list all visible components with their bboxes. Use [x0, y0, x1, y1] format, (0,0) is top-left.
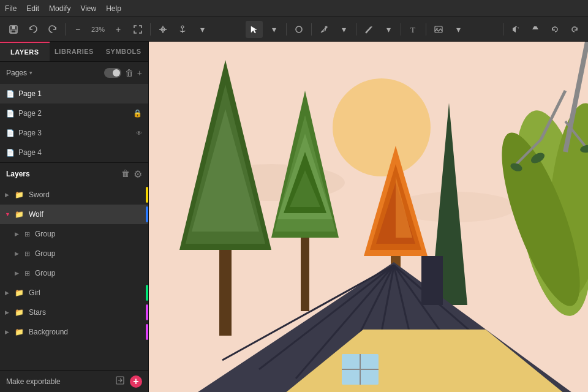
pages-add-btn[interactable]: +	[137, 68, 142, 78]
layer-expand-g1: ▶	[15, 231, 22, 237]
layer-label-girl: Girl	[29, 288, 142, 297]
bottom-bar: Make exportable +	[0, 370, 148, 392]
separator-6	[401, 23, 401, 36]
tool-rotate-cw[interactable]	[566, 21, 583, 38]
svg-rect-1	[12, 26, 15, 29]
layer-color-sword	[146, 187, 148, 203]
canvas-area[interactable]	[149, 42, 588, 392]
page-item-1[interactable]: 📄 Page 1	[0, 84, 148, 104]
tool-flip-v[interactable]	[527, 21, 544, 38]
tool-save[interactable]	[5, 21, 22, 38]
layer-color-girl	[146, 285, 148, 301]
page-badge-3: 👁	[136, 130, 142, 137]
tab-symbols[interactable]: SYMBOLS	[99, 42, 148, 61]
left-panel: LAYERS LIBRARIES SYMBOLS Pages ▾ 🗑 +	[0, 42, 149, 392]
layer-stars[interactable]: ▶ 📁 Stars	[0, 303, 148, 322]
menu-help[interactable]: Help	[106, 4, 121, 13]
separator-3	[286, 23, 287, 36]
tool-zoom-out[interactable]: −	[69, 21, 86, 38]
folder-icon-stars: 📁	[15, 308, 24, 317]
page-icon-1: 📄	[6, 90, 15, 98]
grid-icon-g3: ⊞	[24, 270, 30, 277]
pages-title[interactable]: Pages ▾	[6, 69, 32, 77]
tool-ellipse[interactable]	[290, 21, 307, 38]
tool-zoom-in[interactable]: +	[110, 21, 127, 38]
layer-expand-stars: ▶	[5, 309, 12, 315]
folder-icon-wolf: 📁	[15, 210, 24, 219]
layer-group-2[interactable]: ▶ ⊞ Group	[0, 244, 148, 263]
layer-group-3[interactable]: ▶ ⊞ Group	[0, 263, 148, 283]
layers-actions: 🗑 ⚙	[121, 168, 142, 180]
tool-select[interactable]	[246, 21, 263, 38]
tool-redo[interactable]	[44, 21, 61, 38]
layer-expand-g2: ▶	[15, 251, 22, 257]
layer-label-g1: Group	[35, 230, 142, 238]
layer-background[interactable]: ▶ 📁 Background	[0, 322, 148, 342]
tool-image[interactable]	[430, 21, 447, 38]
page-item-4[interactable]: 📄 Page 4	[0, 143, 148, 162]
layer-label-wolf: Wolf	[29, 210, 142, 219]
layer-girl[interactable]: ▶ 📁 Girl	[0, 283, 148, 303]
bottom-export-btn[interactable]	[115, 375, 125, 387]
tool-rotate-ccw[interactable]	[546, 21, 564, 38]
layer-expand-sword: ▶	[5, 192, 12, 198]
tool-pan[interactable]	[154, 21, 172, 38]
tool-flip-h[interactable]	[507, 21, 524, 38]
svg-rect-54	[421, 256, 443, 305]
layers-delete-btn[interactable]: 🗑	[121, 168, 130, 180]
layers-section: Layers 🗑 ⚙ ▶ 📁 Sword ▼ 📁 Wolf	[0, 163, 148, 370]
svg-point-5	[296, 26, 302, 32]
layer-color-background	[146, 324, 148, 340]
separator-7	[426, 23, 426, 36]
page-icon-4: 📄	[6, 149, 15, 157]
layer-group-1[interactable]: ▶ ⊞ Group	[0, 224, 148, 244]
layers-add-btn[interactable]: ⚙	[134, 168, 142, 180]
tool-image-dropdown[interactable]: ▾	[450, 21, 467, 38]
menu-file[interactable]: File	[5, 4, 17, 13]
svg-rect-37	[219, 244, 232, 336]
tab-layers[interactable]: LAYERS	[0, 42, 50, 61]
separator-5	[356, 23, 356, 36]
bottom-add-btn[interactable]: +	[130, 375, 142, 388]
folder-icon-background: 📁	[15, 328, 24, 336]
layer-expand-g3: ▶	[15, 270, 22, 276]
layer-label-sword: Sword	[29, 190, 142, 199]
layer-color-wolf	[146, 206, 148, 222]
pages-delete-btn[interactable]: 🗑	[125, 68, 134, 78]
layer-wolf[interactable]: ▼ 📁 Wolf	[0, 205, 148, 224]
menu-view[interactable]: View	[80, 4, 96, 13]
tool-undo[interactable]	[24, 21, 42, 38]
menu-edit[interactable]: Edit	[26, 4, 39, 13]
panel-tabs: LAYERS LIBRARIES SYMBOLS	[0, 42, 148, 62]
tool-select-dropdown[interactable]: ▾	[265, 21, 282, 38]
layer-label-stars: Stars	[29, 308, 142, 317]
menu-modify[interactable]: Modify	[49, 4, 70, 13]
tab-libraries[interactable]: LIBRARIES	[50, 42, 99, 61]
pages-toggle[interactable]	[104, 68, 121, 78]
tool-pen[interactable]	[315, 21, 333, 38]
folder-icon-girl: 📁	[15, 288, 24, 297]
layer-expand-background: ▶	[5, 329, 12, 335]
page-item-2[interactable]: 📄 Page 2 🔒	[0, 104, 148, 123]
grid-icon-g1: ⊞	[24, 230, 30, 238]
layer-expand-wolf: ▼	[5, 211, 12, 217]
page-icon-3: 📄	[6, 129, 15, 137]
page-item-3[interactable]: 📄 Page 3 👁	[0, 123, 148, 143]
tool-anchor[interactable]	[174, 21, 191, 38]
tool-pencil-dropdown[interactable]: ▾	[380, 21, 397, 38]
tool-pen-dropdown[interactable]: ▾	[335, 21, 352, 38]
pages-header: Pages ▾ 🗑 +	[0, 62, 148, 84]
pages-label: Pages	[6, 69, 27, 77]
layer-sword[interactable]: ▶ 📁 Sword	[0, 185, 148, 205]
layer-label-g3: Group	[35, 269, 142, 277]
tool-text[interactable]: T	[405, 21, 422, 38]
tool-pencil[interactable]	[360, 21, 377, 38]
bottom-actions: +	[115, 375, 142, 388]
tool-fit[interactable]	[129, 21, 146, 38]
layers-header: Layers 🗑 ⚙	[0, 163, 148, 185]
toolbar: − 23% + ▾ ▾ ▾ ▾ T ▾	[0, 17, 588, 42]
layer-label-background: Background	[29, 328, 142, 336]
main-area: LAYERS LIBRARIES SYMBOLS Pages ▾ 🗑 +	[0, 42, 588, 392]
pages-chevron-icon: ▾	[29, 70, 32, 76]
tool-dropdown[interactable]: ▾	[194, 21, 211, 38]
